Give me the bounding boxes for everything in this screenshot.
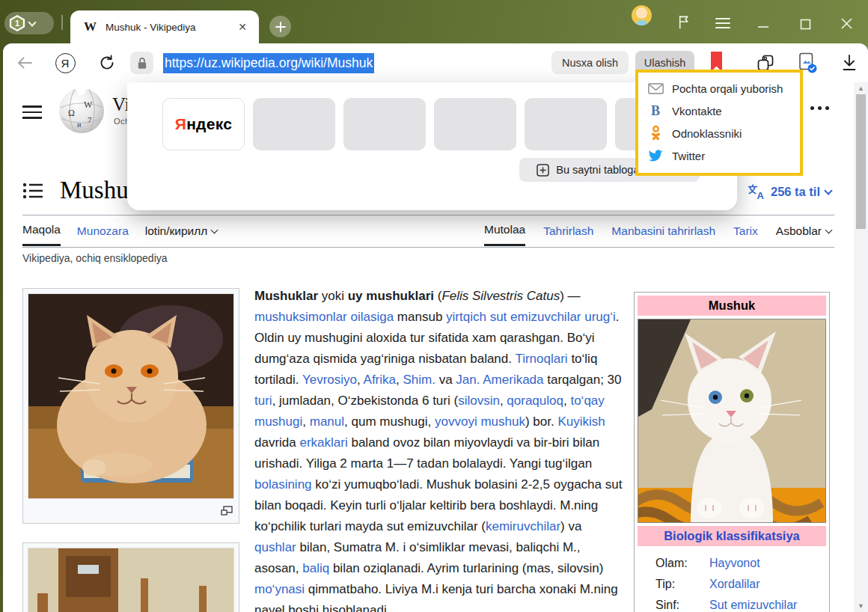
profile-avatar[interactable] [632,5,652,25]
tab-close-icon[interactable]: ✕ [235,19,250,34]
minimize-icon [757,18,769,30]
url-text-selected[interactable]: https://uz.wikipedia.org/wiki/Mushuk [163,53,374,73]
article-text: qimmatbaho. Liviya M.i kenja turi barcha… [254,582,618,612]
article-link[interactable]: baliq [302,561,329,575]
vk-icon: В [647,103,664,119]
tab-script-switcher[interactable]: lotin/кирилл [145,223,218,246]
languages-icon: A [748,184,765,200]
site-subtitle: Vikipediya, ochiq ensiklopediya [22,252,168,264]
browser-menu-button[interactable] [714,8,732,38]
article-text: , [302,414,309,429]
reload-button[interactable] [96,51,118,75]
downloads-button[interactable] [837,51,862,75]
mail-icon [647,83,664,94]
wiki-main-menu-button[interactable] [22,105,42,123]
svg-text:7: 7 [88,115,92,124]
article-image-tabby-cat[interactable] [22,542,239,612]
article-text: , qum mushugi, [344,414,435,429]
maximize-button[interactable] [798,9,813,39]
enlarge-image-icon[interactable] [221,505,233,518]
page-scrollbar[interactable]: ▲ ▼ [854,82,868,612]
article-link[interactable]: kemiruvchilar [486,519,560,533]
maximize-icon [800,19,811,30]
share-item-vkontakte[interactable]: В Vkontakte [638,100,800,122]
close-window-button[interactable] [838,8,855,38]
more-options-icon[interactable] [810,106,829,110]
article-link[interactable]: Tirnoqlari [515,352,567,366]
taxobox-section-title: Biologik klassifikatsiya [638,526,826,546]
yandex-services-button[interactable]: Я [54,51,76,75]
scrollbar-thumb[interactable] [856,94,866,229]
tab-tahrirlash[interactable]: Tahrirlash [543,223,593,246]
tab-munozara[interactable]: Munozara [77,223,129,246]
tab-tarix[interactable]: Tarix [733,223,758,246]
tab-manbasini-tahrirlash[interactable]: Manbasini tahrirlash [611,223,715,246]
share-item-odnoklassniki[interactable]: Odnoklassniki [638,122,800,144]
share-item-twitter[interactable]: Twitter [638,144,800,167]
article-link[interactable]: Afrika [364,373,396,387]
reload-icon [98,54,116,72]
new-tab-button[interactable] [269,16,291,37]
article-text: tarqalgan; 30 [544,373,622,387]
tab-group-chip[interactable]: 1 [4,12,54,34]
bookmarks-flag-button[interactable] [673,7,694,37]
header-divider [22,215,834,215]
tab-mutolaa[interactable]: Mutolaa [484,223,525,246]
copy-url-button[interactable]: Nusxa olish [551,51,629,74]
article-link[interactable]: qoraquloq [507,394,563,408]
share-item-label: Odnoklassniki [672,127,742,140]
scroll-down-arrow[interactable]: ▼ [854,602,868,610]
article-link[interactable]: manul [310,414,344,429]
article-link[interactable]: Yevrosiyo [302,373,357,387]
taxobox-kitten-photo[interactable] [638,319,826,523]
share-menu: Pochta orqali yuborish В Vkontakte Odnok… [635,70,803,176]
taxobox-row-link[interactable]: Xordalilar [709,578,760,591]
bookmark-ribbon-icon[interactable] [711,52,722,72]
back-button[interactable] [13,51,36,75]
tabby-cat-photo [28,548,234,612]
article-paragraph: Mushuklar yoki uy mushuklari (Felis Silv… [254,286,626,612]
taxobox-row-label: Olam: [655,557,709,570]
speed-dial-yandex-tile[interactable]: Яндекс [162,98,245,150]
cream-cat-photo [28,294,234,499]
article-link[interactable]: silovsin [458,394,500,408]
share-item-email[interactable]: Pochta orqali yuborish [638,77,800,100]
article-text: uy mushuklari [348,289,434,303]
speed-dial-empty-tile[interactable] [434,98,516,150]
article-image-cat-on-book[interactable] [22,288,239,524]
tab-group-count: 1 [15,19,19,28]
site-security-button[interactable] [130,52,153,74]
svg-text:A: A [757,190,764,200]
scroll-up-arrow[interactable]: ▲ [854,85,868,92]
tab-maqola[interactable]: Maqola [22,223,61,246]
speed-dial-empty-tile[interactable] [253,98,335,150]
article-link[interactable]: qushlar [254,540,296,554]
article-link[interactable]: yovvoyi mushuk [435,414,525,429]
chevron-down-icon [28,18,36,26]
taxobox-row-link[interactable]: Sut emizuvchilar [709,599,797,612]
article-link[interactable]: erkaklari [299,435,347,450]
speed-dial-empty-tile[interactable] [525,98,607,150]
speed-dial-empty-tile[interactable] [343,98,426,150]
article-link[interactable]: yirtqich sut emizuvchilar urugʻi [446,310,616,324]
flag-icon [675,13,692,31]
chevron-down-icon [824,186,832,195]
article-link[interactable]: Shim. [403,373,435,387]
article-link[interactable]: turi [254,394,272,408]
minimize-button[interactable] [756,9,771,39]
share-item-label: Twitter [672,150,705,162]
language-selector[interactable]: A 256 ta til [748,184,831,200]
article-link[interactable]: Jan. Amerikada [456,373,543,387]
address-bar[interactable]: https://uz.wikipedia.org/wiki/Mushuk [163,43,374,82]
browser-tab[interactable]: W Mushuk - Vikipediya ✕ [70,10,259,43]
article-link[interactable]: mushuksimonlar oilasiga [254,310,394,324]
tab-group-icon: 1 [9,15,25,31]
article-link[interactable]: Kuyikish [557,414,605,429]
taxobox-row-link[interactable]: Hayvonot [709,557,760,570]
contents-list-icon[interactable] [22,182,43,200]
wikipedia-globe-logo[interactable]: Ω W 7 и [57,85,106,138]
tab-asboblar[interactable]: Asboblar [776,223,831,246]
article-link[interactable]: bolasining [254,477,312,492]
taxobox: Mushuk [634,292,830,612]
article-link[interactable]: moʻynasi [254,582,305,596]
